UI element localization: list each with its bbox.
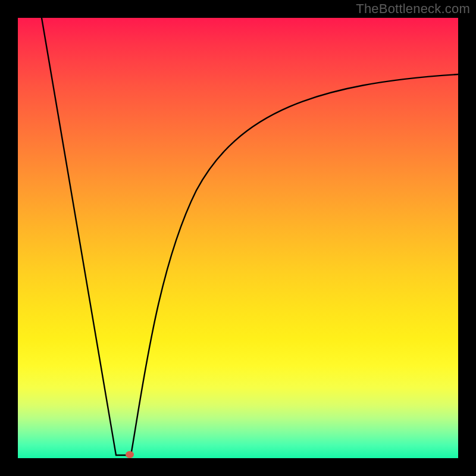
plot-area (18, 18, 458, 458)
gradient-background (18, 18, 458, 458)
chart-frame: TheBottleneck.com (0, 0, 476, 476)
watermark-text: TheBottleneck.com (356, 1, 470, 17)
